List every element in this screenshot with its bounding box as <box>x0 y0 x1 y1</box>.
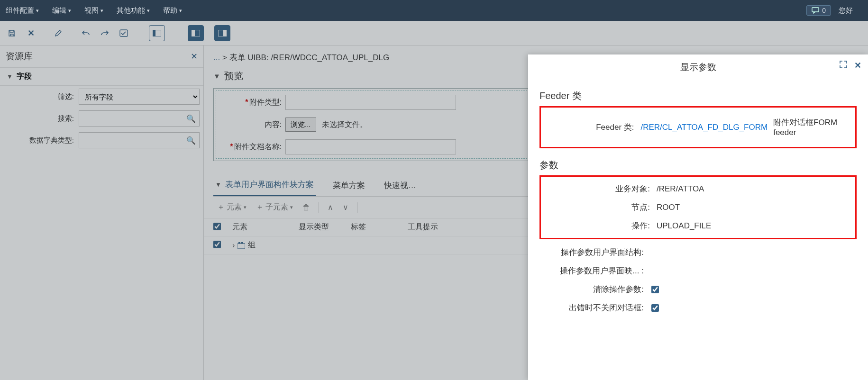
sidebar-section-fields[interactable]: ▼ 字段 <box>0 67 203 86</box>
notification-badge[interactable]: 0 <box>806 5 831 16</box>
browse-button[interactable]: 浏览... <box>285 118 316 132</box>
chevron-down-icon: ▼ <box>7 73 13 80</box>
param-ui-map-row: 操作参数用户界面映... : <box>539 262 857 280</box>
search-label: 搜索: <box>4 114 74 123</box>
svg-rect-5 <box>192 30 195 36</box>
layout-single-button[interactable] <box>149 25 165 41</box>
breadcrumb-current: 表单 UIBB: /RER/WDCC_ATTOA_UPL_DLG <box>229 53 390 62</box>
feeder-section-title: Feeder 类 <box>539 90 857 102</box>
display-params-panel: 显示参数 ✕ Feeder 类 Feeder 类: /RER/CL_ATTOA_… <box>528 54 868 380</box>
expand-icon[interactable] <box>839 60 848 71</box>
row-element-name: 组 <box>248 240 256 250</box>
add-child-element-button[interactable]: ＋子元素▾ <box>252 200 297 214</box>
notif-count: 0 <box>822 7 826 14</box>
svg-rect-7 <box>223 30 227 36</box>
check-icon[interactable] <box>116 25 132 41</box>
chevron-down-icon: ▼ <box>213 72 220 80</box>
close-icon[interactable]: ✕ <box>854 60 861 71</box>
col-display-type: 显示类型 <box>299 222 351 232</box>
chevron-down-icon: ▾ <box>36 8 39 14</box>
undo-icon[interactable] <box>78 25 94 41</box>
search-row: 搜索: 🔍 <box>0 108 203 129</box>
param-node-row: 节点: ROOT <box>546 198 850 217</box>
menu-help[interactable]: 帮助▾ <box>163 6 182 15</box>
col-tooltip: 工具提示 <box>408 222 455 232</box>
feeder-class-link[interactable]: /RER/CL_ATTOA_FD_DLG_FORM <box>641 123 768 132</box>
param-bo-row: 业务对象: /RER/ATTOA <box>546 180 850 198</box>
menu-other[interactable]: 其他功能▾ <box>117 6 150 15</box>
layout-right-panel-button[interactable] <box>214 25 230 41</box>
edit-icon[interactable] <box>50 25 66 41</box>
chevron-down-icon: ▾ <box>290 204 293 210</box>
svg-rect-10 <box>241 242 243 244</box>
select-all-checkbox[interactable] <box>213 223 221 230</box>
group-icon <box>238 242 245 249</box>
expand-icon[interactable]: › <box>232 241 235 250</box>
doc-name-input[interactable] <box>285 139 456 154</box>
param-bo-value: /RER/ATTOA <box>657 184 849 194</box>
no-close-on-error-checkbox[interactable] <box>651 304 659 312</box>
layout-left-panel-button[interactable] <box>188 25 204 41</box>
svg-rect-8 <box>238 244 245 249</box>
ddic-label: 数据字典类型: <box>4 136 74 145</box>
param-op-value: UPLOAD_FILE <box>657 221 849 231</box>
tab-quick-view[interactable]: 快速视… <box>382 175 418 196</box>
col-label: 标签 <box>351 222 408 232</box>
preview-title: 预览 <box>224 70 243 82</box>
feeder-highlight: Feeder 类: /RER/CL_ATTOA_FD_DLG_FORM 附件对话… <box>539 106 857 148</box>
chevron-down-icon: ▾ <box>101 8 103 14</box>
chevron-down-icon: ▼ <box>215 181 221 188</box>
svg-rect-9 <box>238 242 240 244</box>
clear-params-checkbox[interactable] <box>651 286 659 293</box>
param-clear-row: 清除操作参数: <box>539 280 857 299</box>
param-op-row: 操作: UPLOAD_FILE <box>546 217 850 235</box>
file-status: 未选择文件。 <box>322 120 367 130</box>
move-up-button[interactable]: ∧ <box>324 201 337 214</box>
sidebar-close-icon[interactable]: ✕ <box>191 51 198 62</box>
row-checkbox[interactable] <box>213 241 221 248</box>
delete-button[interactable]: 🗑 <box>299 201 314 214</box>
filter-select[interactable]: 所有字段 <box>79 89 200 105</box>
chevron-down-icon: ▾ <box>244 204 247 210</box>
close-icon[interactable]: ✕ <box>23 25 39 41</box>
feeder-class-label: Feeder 类: <box>548 122 641 133</box>
tab-menu-schema[interactable]: 菜单方案 <box>331 175 367 196</box>
breadcrumb-link[interactable]: ... <box>213 53 220 62</box>
greeting-text: 您好 <box>839 6 853 15</box>
param-ui-struct-row: 操作参数用户界面结构: <box>539 243 857 262</box>
plus-icon: ＋ <box>217 202 225 212</box>
menu-view[interactable]: 视图▾ <box>84 6 103 15</box>
ddic-row: 数据字典类型: 🔍 <box>0 129 203 151</box>
param-err-row: 出错时不关闭对话框: <box>539 299 857 317</box>
filter-label: 筛选: <box>4 92 74 101</box>
trash-icon: 🗑 <box>302 203 310 212</box>
chevron-down-icon: ▾ <box>68 8 71 14</box>
menu-edit[interactable]: 编辑▾ <box>52 6 71 15</box>
feeder-class-desc: 附件对话框FORM feeder <box>773 117 849 137</box>
sidebar-header: 资源库 ✕ <box>0 45 203 67</box>
params-section-title: 参数 <box>539 159 857 172</box>
popup-header: 显示参数 ✕ <box>528 54 868 80</box>
svg-rect-3 <box>153 30 155 36</box>
top-menu-bar: 组件配置▾ 编辑▾ 视图▾ 其他功能▾ 帮助▾ 0 您好 <box>0 0 868 21</box>
svg-rect-0 <box>812 8 819 12</box>
menu-component-config[interactable]: 组件配置▾ <box>6 6 39 15</box>
add-element-button[interactable]: ＋元素▾ <box>213 200 250 214</box>
tab-form-uibb-schema[interactable]: ▼表单用户界面构件块方案 <box>213 174 316 196</box>
param-node-value: ROOT <box>657 203 849 212</box>
popup-title: 显示参数 <box>680 61 716 73</box>
search-input[interactable] <box>79 110 200 127</box>
redo-icon[interactable] <box>97 25 113 41</box>
ddic-input[interactable] <box>79 132 200 148</box>
move-down-button[interactable]: ∨ <box>339 201 352 214</box>
filter-row: 筛选: 所有字段 <box>0 86 203 108</box>
col-element: 元素 <box>232 222 299 232</box>
plus-icon: ＋ <box>256 202 264 212</box>
save-icon[interactable] <box>4 25 20 41</box>
chevron-down-icon: ▾ <box>147 8 150 14</box>
toolbar: ✕ <box>0 21 868 45</box>
attach-type-input[interactable] <box>285 95 456 110</box>
comment-icon <box>812 7 819 14</box>
feeder-class-row: Feeder 类: /RER/CL_ATTOA_FD_DLG_FORM 附件对话… <box>546 113 850 141</box>
sidebar-title: 资源库 <box>6 50 33 63</box>
